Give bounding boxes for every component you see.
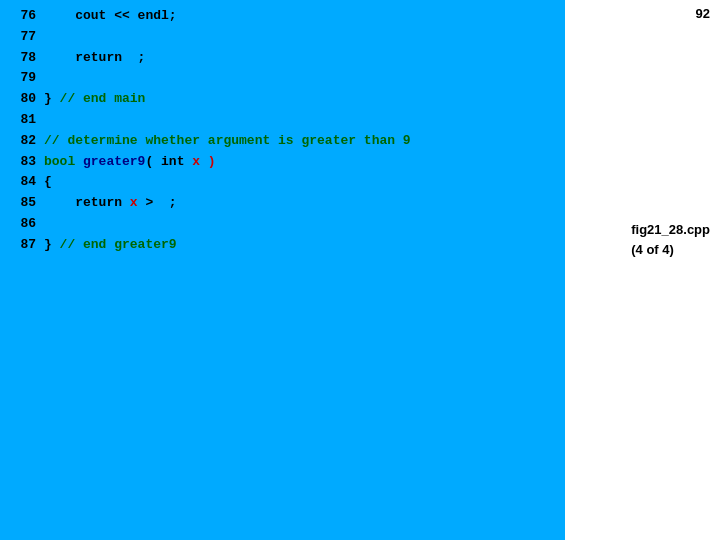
line-number: 83	[8, 152, 36, 173]
token: (	[145, 154, 161, 169]
token: x	[130, 195, 138, 210]
page-number: 92	[696, 6, 710, 21]
code-line: 82// determine whether argument is great…	[8, 131, 557, 152]
token: cout << endl;	[44, 8, 177, 23]
line-number: 77	[8, 27, 36, 48]
token: // determine whether argument is greater…	[44, 133, 411, 148]
token: x )	[184, 154, 215, 169]
filename-label: fig21_28.cpp (4 of 4)	[631, 220, 710, 259]
token: }	[44, 237, 60, 252]
token: greater9	[83, 154, 145, 169]
line-number: 87	[8, 235, 36, 256]
token: return ;	[44, 50, 145, 65]
code-line: 77	[8, 27, 557, 48]
line-content: cout << endl;	[44, 6, 177, 27]
code-panel: 76 cout << endl;7778 return ;7980} // en…	[0, 0, 565, 540]
line-content: {	[44, 172, 52, 193]
token: }	[44, 91, 60, 106]
line-number: 82	[8, 131, 36, 152]
line-content: } // end greater9	[44, 235, 177, 256]
code-line: 78 return ;	[8, 48, 557, 69]
code-line: 76 cout << endl;	[8, 6, 557, 27]
token: > ;	[138, 195, 177, 210]
line-content: return x > ;	[44, 193, 177, 214]
line-number: 85	[8, 193, 36, 214]
line-content: bool greater9( int x )	[44, 152, 216, 173]
code-line: 84{	[8, 172, 557, 193]
line-number: 86	[8, 214, 36, 235]
line-content: } // end main	[44, 89, 145, 110]
line-number: 84	[8, 172, 36, 193]
code-line: 85 return x > ;	[8, 193, 557, 214]
code-line: 87} // end greater9	[8, 235, 557, 256]
token: int	[161, 154, 184, 169]
filename-name: fig21_28.cpp	[631, 222, 710, 237]
code-line: 79	[8, 68, 557, 89]
token: bool	[44, 154, 83, 169]
token: // end greater9	[60, 237, 177, 252]
line-number: 76	[8, 6, 36, 27]
line-number: 79	[8, 68, 36, 89]
token: return	[44, 195, 130, 210]
token: // end main	[60, 91, 146, 106]
filename-page-info: (4 of 4)	[631, 242, 674, 257]
line-content: return ;	[44, 48, 145, 69]
sidebar: 92 fig21_28.cpp (4 of 4)	[565, 0, 720, 540]
line-content: // determine whether argument is greater…	[44, 131, 411, 152]
line-number: 78	[8, 48, 36, 69]
code-line: 81	[8, 110, 557, 131]
line-number: 81	[8, 110, 36, 131]
token: {	[44, 174, 52, 189]
code-line: 86	[8, 214, 557, 235]
code-line: 83bool greater9( int x )	[8, 152, 557, 173]
code-line: 80} // end main	[8, 89, 557, 110]
line-number: 80	[8, 89, 36, 110]
